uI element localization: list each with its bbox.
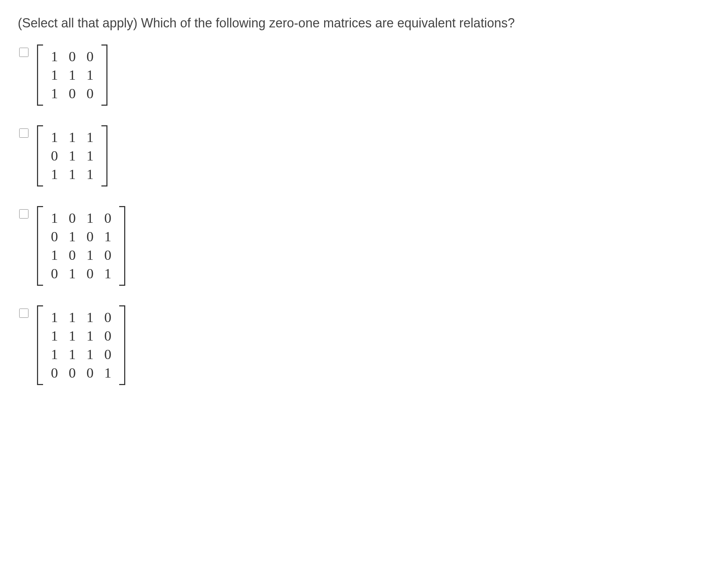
matrix-cell: 0 [67, 49, 77, 64]
matrix-cell: 1 [103, 230, 113, 244]
matrix-body: 1110111011100001 [43, 305, 119, 385]
matrix-cell: 0 [85, 366, 95, 380]
matrix-cell: 1 [85, 149, 95, 163]
matrix-cell: 0 [49, 366, 59, 380]
checkbox-wrap [18, 307, 30, 320]
matrix-cell: 1 [49, 49, 59, 64]
matrix-cell: 1 [103, 366, 113, 380]
matrix-body: 100111100 [43, 44, 101, 106]
matrix-cell: 1 [49, 86, 59, 101]
matrix: 1110111011100001 [37, 305, 125, 385]
matrix-row: 1110 [49, 308, 113, 327]
matrix-cell: 0 [49, 267, 59, 281]
answer-option: 111011111 [18, 125, 710, 186]
matrix-cell: 0 [67, 248, 77, 262]
matrix-cell: 1 [67, 68, 77, 82]
matrix-cell: 1 [67, 130, 77, 144]
matrix-cell: 1 [85, 130, 95, 144]
matrix-cell: 1 [67, 167, 77, 181]
matrix-cell: 0 [49, 230, 59, 244]
question-text: (Select all that apply) Which of the fol… [18, 14, 710, 32]
matrix-row: 1010 [49, 209, 113, 227]
matrix-cell: 1 [67, 230, 77, 244]
option-checkbox[interactable] [19, 209, 28, 219]
left-bracket-icon [37, 305, 43, 385]
matrix-body: 1010010110100101 [43, 206, 119, 286]
answer-option: 1010010110100101 [18, 206, 710, 286]
checkbox-wrap [18, 127, 30, 140]
matrix-cell: 1 [49, 130, 59, 144]
left-bracket-icon [37, 44, 43, 106]
matrix-cell: 0 [103, 329, 113, 343]
matrix-row: 111 [49, 165, 95, 184]
matrix-row: 1010 [49, 246, 113, 264]
matrix-row: 1110 [49, 327, 113, 345]
checkbox-wrap [18, 47, 30, 59]
matrix-cell: 1 [67, 329, 77, 343]
option-checkbox[interactable] [19, 309, 28, 318]
answer-option: 100111100 [18, 44, 710, 106]
matrix-cell: 1 [85, 211, 95, 225]
matrix-cell: 1 [67, 310, 77, 325]
right-bracket-icon [101, 125, 107, 186]
matrix-cell: 1 [49, 211, 59, 225]
matrix-cell: 1 [49, 310, 59, 325]
matrix-cell: 1 [103, 267, 113, 281]
answer-option: 1110111011100001 [18, 305, 710, 385]
option-checkbox[interactable] [19, 128, 28, 138]
matrix-row: 111 [49, 66, 95, 84]
options-list: 1001111001110111111010010110100101111011… [18, 44, 710, 385]
right-bracket-icon [101, 44, 107, 106]
matrix-cell: 0 [85, 49, 95, 64]
matrix-cell: 0 [103, 310, 113, 325]
matrix-cell: 0 [85, 230, 95, 244]
matrix-cell: 1 [67, 347, 77, 362]
matrix-cell: 0 [67, 366, 77, 380]
matrix-body: 111011111 [43, 125, 101, 186]
matrix-row: 1110 [49, 345, 113, 364]
matrix: 1010010110100101 [37, 206, 125, 286]
matrix: 100111100 [37, 44, 107, 106]
matrix-cell: 1 [49, 347, 59, 362]
matrix-row: 100 [49, 47, 95, 66]
option-checkbox[interactable] [19, 48, 28, 57]
matrix-row: 0101 [49, 264, 113, 283]
matrix-cell: 0 [49, 149, 59, 163]
matrix-cell: 1 [85, 68, 95, 82]
left-bracket-icon [37, 206, 43, 286]
matrix-cell: 0 [67, 86, 77, 101]
matrix: 111011111 [37, 125, 107, 186]
matrix-row: 111 [49, 128, 95, 147]
checkbox-wrap [18, 208, 30, 220]
matrix-cell: 1 [49, 248, 59, 262]
matrix-cell: 1 [85, 347, 95, 362]
right-bracket-icon [119, 206, 125, 286]
matrix-cell: 0 [85, 86, 95, 101]
matrix-cell: 0 [103, 248, 113, 262]
matrix-cell: 1 [67, 149, 77, 163]
matrix-cell: 0 [103, 211, 113, 225]
matrix-cell: 0 [103, 347, 113, 362]
matrix-cell: 1 [85, 329, 95, 343]
matrix-cell: 1 [49, 329, 59, 343]
matrix-row: 0101 [49, 227, 113, 246]
matrix-cell: 1 [85, 310, 95, 325]
matrix-cell: 1 [49, 68, 59, 82]
matrix-row: 011 [49, 147, 95, 165]
matrix-row: 0001 [49, 364, 113, 382]
matrix-cell: 1 [67, 267, 77, 281]
matrix-cell: 1 [49, 167, 59, 181]
matrix-cell: 1 [85, 248, 95, 262]
right-bracket-icon [119, 305, 125, 385]
matrix-cell: 1 [85, 167, 95, 181]
matrix-cell: 0 [67, 211, 77, 225]
left-bracket-icon [37, 125, 43, 186]
matrix-cell: 0 [85, 267, 95, 281]
matrix-row: 100 [49, 84, 95, 103]
